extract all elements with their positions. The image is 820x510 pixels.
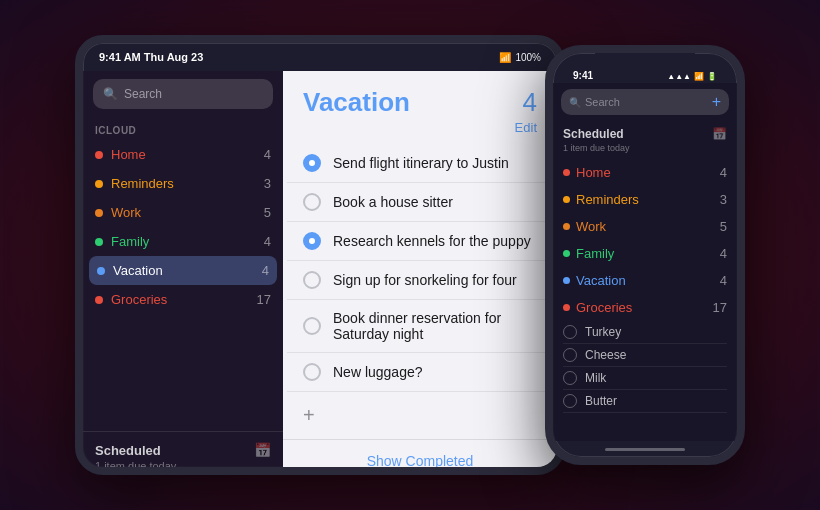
ipad-search-bar[interactable]: 🔍 Search <box>93 79 273 109</box>
grocery-text-turkey: Turkey <box>585 325 621 339</box>
sidebar-item-reminders[interactable]: Reminders 3 <box>83 169 283 198</box>
iphone-family-count: 4 <box>720 246 727 261</box>
grocery-item-butter[interactable]: Butter <box>563 390 727 413</box>
radio-1[interactable] <box>303 154 321 172</box>
ipad-sidebar-list: Home 4 Reminders 3 Work 5 Family 4 <box>83 140 283 431</box>
sidebar-item-family[interactable]: Family 4 <box>83 227 283 256</box>
iphone-reminders-dot <box>563 196 570 203</box>
icloud-label: ICLOUD <box>83 117 283 140</box>
detail-item-2[interactable]: Book a house sitter <box>287 183 553 222</box>
sidebar-item-count-home: 4 <box>264 147 271 162</box>
iphone-vacation-dot <box>563 277 570 284</box>
detail-item-5[interactable]: Book dinner reservation for Saturday nig… <box>287 300 553 353</box>
detail-footer: Show Completed <box>283 439 557 475</box>
grocery-radio-cheese[interactable] <box>563 348 577 362</box>
sidebar-item-name-family: Family <box>111 234 264 249</box>
sidebar-item-groceries[interactable]: Groceries 17 <box>83 285 283 314</box>
iphone-grocery-items: Turkey Cheese Milk Butter <box>553 321 737 413</box>
edit-button[interactable]: Edit <box>515 120 537 135</box>
iphone-list: Home 4 Reminders 3 Work 5 Family 4 Vacat… <box>553 159 737 441</box>
battery-icon: 100% <box>515 52 541 63</box>
detail-count-edit: 4 Edit <box>515 87 537 136</box>
iphone-list-item-family[interactable]: Family 4 <box>553 240 737 267</box>
iphone-scheduled-title: Scheduled <box>563 127 624 141</box>
vacation-dot <box>97 267 105 275</box>
iphone-time: 9:41 <box>573 70 593 81</box>
detail-header: Vacation 4 Edit <box>283 71 557 144</box>
radio-2[interactable] <box>303 193 321 211</box>
grocery-radio-milk[interactable] <box>563 371 577 385</box>
ipad-home-button[interactable] <box>75 235 77 275</box>
iphone-wifi-icon: 📶 <box>694 72 704 81</box>
sidebar-item-name-work: Work <box>111 205 264 220</box>
detail-item-text-5: Book dinner reservation for Saturday nig… <box>333 310 537 342</box>
radio-5[interactable] <box>303 317 321 335</box>
iphone-reminders-name: Reminders <box>576 192 720 207</box>
iphone-add-button[interactable]: + <box>712 93 721 111</box>
iphone-family-name: Family <box>576 246 720 261</box>
sidebar-item-name-groceries: Groceries <box>111 292 257 307</box>
iphone-scheduled-row: Scheduled 📅 <box>553 121 737 143</box>
radio-3[interactable] <box>303 232 321 250</box>
detail-item-4[interactable]: Sign up for snorkeling for four <box>287 261 553 300</box>
detail-item-text-1: Send flight itinerary to Justin <box>333 155 509 171</box>
grocery-item-milk[interactable]: Milk <box>563 367 727 390</box>
groceries-dot <box>95 296 103 304</box>
iphone-home-dot <box>563 169 570 176</box>
ipad-status-icons: 📶 100% <box>499 52 541 63</box>
iphone-calendar-icon: 📅 <box>712 127 727 141</box>
iphone-work-count: 5 <box>720 219 727 234</box>
grocery-text-butter: Butter <box>585 394 617 408</box>
show-completed-button[interactable]: Show Completed <box>367 453 474 469</box>
iphone-home-bar <box>605 448 685 451</box>
radio-4[interactable] <box>303 271 321 289</box>
family-dot <box>95 238 103 246</box>
iphone-search-bar[interactable]: 🔍 Search + <box>561 89 729 115</box>
grocery-item-cheese[interactable]: Cheese <box>563 344 727 367</box>
scheduled-title: Scheduled <box>95 443 161 458</box>
sidebar-item-name-vacation: Vacation <box>113 263 262 278</box>
iphone-work-name: Work <box>576 219 720 234</box>
iphone-reminders-count: 3 <box>720 192 727 207</box>
detail-item-3[interactable]: Research kennels for the puppy <box>287 222 553 261</box>
iphone-list-item-groceries[interactable]: Groceries 17 <box>553 294 737 321</box>
iphone-vacation-name: Vacation <box>576 273 720 288</box>
scheduled-subtitle: 1 item due today <box>95 460 271 472</box>
detail-item-text-6: New luggage? <box>333 364 423 380</box>
sidebar-item-vacation[interactable]: Vacation 4 <box>89 256 277 285</box>
iphone-home-indicator[interactable] <box>553 441 737 457</box>
iphone-list-item-home[interactable]: Home 4 <box>553 159 737 186</box>
iphone-list-item-reminders[interactable]: Reminders 3 <box>553 186 737 213</box>
grocery-radio-butter[interactable] <box>563 394 577 408</box>
detail-item-text-3: Research kennels for the puppy <box>333 233 531 249</box>
reminders-dot <box>95 180 103 188</box>
iphone-notch <box>595 53 695 75</box>
iphone-home-name: Home <box>576 165 720 180</box>
sidebar-item-name-home: Home <box>111 147 264 162</box>
detail-title: Vacation <box>303 87 410 118</box>
grocery-text-cheese: Cheese <box>585 348 626 362</box>
iphone-list-item-vacation[interactable]: Vacation 4 <box>553 267 737 294</box>
ipad-device: 9:41 AM Thu Aug 23 📶 100% 🔍 Search ICLOU… <box>75 35 565 475</box>
sidebar-item-work[interactable]: Work 5 <box>83 198 283 227</box>
iphone-list-item-work[interactable]: Work 5 <box>553 213 737 240</box>
iphone-scheduled-sub: 1 item due today <box>553 143 737 159</box>
sidebar-item-count-work: 5 <box>264 205 271 220</box>
detail-item-text-2: Book a house sitter <box>333 194 453 210</box>
detail-item-6[interactable]: New luggage? <box>287 353 553 392</box>
radio-6[interactable] <box>303 363 321 381</box>
sidebar-item-count-family: 4 <box>264 234 271 249</box>
search-icon: 🔍 <box>103 87 118 101</box>
detail-item-1[interactable]: Send flight itinerary to Justin <box>287 144 553 183</box>
iphone-search-placeholder: Search <box>585 96 620 108</box>
grocery-radio-turkey[interactable] <box>563 325 577 339</box>
detail-items-list: Send flight itinerary to Justin Book a h… <box>283 144 557 439</box>
detail-count: 4 <box>515 87 537 118</box>
calendar-icon: 📅 <box>254 442 271 458</box>
iphone-search-left: 🔍 Search <box>569 96 620 108</box>
add-item-button[interactable]: + <box>287 392 553 439</box>
sidebar-item-home[interactable]: Home 4 <box>83 140 283 169</box>
grocery-item-turkey[interactable]: Turkey <box>563 321 727 344</box>
iphone-screen: 🔍 Search + Scheduled 📅 1 item due today … <box>553 83 737 441</box>
ipad-status-bar: 9:41 AM Thu Aug 23 📶 100% <box>83 43 557 71</box>
